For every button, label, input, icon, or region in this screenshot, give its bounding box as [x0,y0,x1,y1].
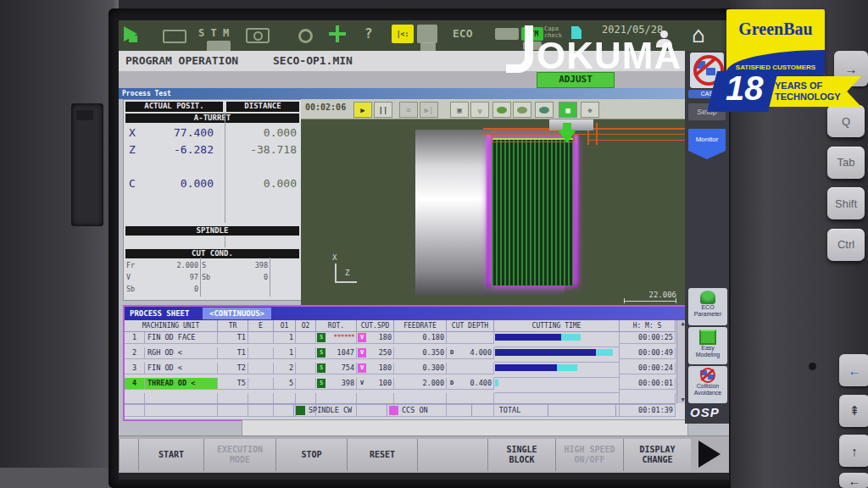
easy-modeling-icon [688,330,727,345]
screen-bottom-strip [119,473,729,480]
time-cell: 00:00:01 [620,378,676,390]
process-sheet-table: PROCESS SHEET <CONTINUOUS> MACHINING UNI… [123,305,690,421]
rotation-cell: S 398 [316,378,357,390]
record-icon[interactable] [298,29,313,43]
process-row[interactable]: 3 FIN OD < T2 2 S 754 V 180 0.300 00:00:… [125,363,676,378]
page-up-key[interactable]: ⇞ [839,395,868,427]
process-sheet-footer: SPINDLE CW CCS ON TOTAL 00:01:39 [125,403,676,417]
cutting-time-bar [494,332,620,347]
axis-indicator: X Z [328,253,367,287]
turret-header: A-TURRET [125,114,299,123]
key-tab[interactable]: Tab [827,147,865,179]
column-header: CUTTING TIME [494,320,620,332]
sidebar-tool-avoidance[interactable]: CollisionAvoidance [688,366,727,403]
turret-cell: T1 [218,347,248,359]
left-arrow-key[interactable]: ← [839,473,868,488]
ccs-on-label: CCS ON [402,404,428,417]
thread-glow-left [487,135,491,287]
sim-view-iso-icon[interactable] [535,102,554,118]
process-sheet-title: PROCESS SHEET [130,309,189,318]
collision-avoidance-icon [688,368,727,383]
turret-cell: T1 [218,332,248,344]
greenbau-years-text: YEARS OF TECHNOLOGY [775,80,841,103]
years-line2: TECHNOLOGY [775,92,841,103]
sidebar-tool-parameter[interactable]: ECOParameter [688,288,727,325]
function-button-display[interactable]: DISPLAYCHANGE [623,439,691,471]
total-time: 00:01:39 [616,404,676,417]
machining-unit: THREAD OD < [145,378,218,390]
machining-unit: RGH OD < [145,347,218,359]
total-label: TOTAL [472,404,548,417]
handle-icon[interactable] [417,25,437,43]
feedrate-cell: 0.180 [394,332,447,344]
function-button-reset[interactable]: RESET [347,439,417,471]
next-menu-arrow[interactable] [698,441,721,468]
toolpath-line [589,140,685,141]
process-row[interactable]: 1 FIN OD FACE T1 1 S ****** V 180 0.180 … [125,332,676,347]
crt-screen: S T M ? |<: ECO STM Capa check 2021/05/2… [119,20,729,480]
sim-zoom-icon[interactable]: ▦ [559,102,577,118]
cut-speed-cell: V 180 [357,332,394,344]
machining-unit: FIN OD FACE [145,332,218,344]
function-button-blank[interactable] [417,439,487,471]
program-name: SECO-OP1.MIN [273,51,353,71]
footer-blank [125,404,294,417]
row-number: 2 [125,347,145,359]
simulation-timer: 00:02:06 [305,103,346,112]
tab-monitor[interactable]: Monitor [688,129,726,159]
o2-cell [296,332,316,344]
sim-light-icon[interactable]: ѱ [470,102,489,118]
column-header: O1 [274,320,296,332]
feedrate-cell: 2.000 [394,378,447,390]
move-cross-icon[interactable] [329,25,346,42]
row-number: 3 [125,363,145,374]
backspace-key[interactable]: ← [839,354,868,386]
cut-cond-row: Sb0 [124,285,300,296]
axis-actual-value: 77.400 [174,126,214,139]
camera-icon[interactable] [246,28,270,43]
sim-reset-icon[interactable]: ▣ [450,102,469,118]
sim-skip-button[interactable]: ▶| [420,102,438,118]
sim-view-3d-icon[interactable] [513,102,531,118]
function-button-single[interactable]: SINGLEBLOCK [487,439,555,471]
e-cell [248,332,274,344]
function-button-execution[interactable]: EXECUTIONMODE [203,439,275,471]
run-arrow-icon[interactable] [124,26,137,42]
sim-play-button[interactable]: ▶ [353,102,372,118]
help-icon[interactable]: ? [364,25,373,42]
function-button-high-speed[interactable]: HIGH SPEEDON/OFF [555,439,623,471]
process-sheet-mode: <CONTINUOUS> [203,308,271,319]
restart-block-icon[interactable]: |<: [392,25,414,43]
axis-name: C [129,177,136,190]
time-cell: 00:00:25 [620,332,676,344]
sim-pause-button[interactable]: || [374,102,392,118]
scroll-down-icon[interactable]: ▼ [681,396,684,403]
function-button-stop[interactable]: STOP [275,439,347,471]
key-shift[interactable]: Shift [827,187,865,219]
axis-distance-value: 0.000 [264,177,297,190]
key-ctrl[interactable]: Ctrl [827,229,865,261]
function-button-start[interactable]: START [138,439,203,471]
o1-cell: 5 [274,378,296,390]
feedrate-cell: 0.350 [394,347,447,359]
process-row[interactable]: 2 RGH OD < T1 1 S 1047 V 250 0.350 D 4.0… [125,347,676,363]
actual-position-header: ACTUAL POSIT. [125,102,223,112]
sim-view-xy-icon[interactable] [492,102,511,118]
battery-icon[interactable] [163,30,186,43]
process-row[interactable]: 4 THREAD OD < T5 5 S 398 V 100 2.000 D 0… [125,378,676,393]
up-arrow-key[interactable]: ↑ [839,435,868,467]
sidebar-tool-modeling[interactable]: EasyModeling [688,327,727,364]
scroll-up-icon[interactable]: ▲ [681,320,684,327]
axis-actual-value: -6.282 [174,143,214,156]
sim-step-forward-button[interactable]: ≡ [399,102,418,118]
sim-pan-icon[interactable]: ✥ [581,102,599,118]
thread-glow-right [574,135,578,287]
simulation-view[interactable]: X Z 22.006 [301,119,685,305]
button-stub [119,439,138,471]
machine-panel-photo: S T M ? |<: ECO STM Capa check 2021/05/2… [0,0,868,488]
column-header: CUT.SPD [357,320,394,332]
o1-cell: 1 [274,332,296,344]
cut-depth-cell [447,332,494,344]
axis-row-x: X 77.400 0.000 [124,126,300,141]
feedrate-cell: 0.300 [394,363,447,374]
